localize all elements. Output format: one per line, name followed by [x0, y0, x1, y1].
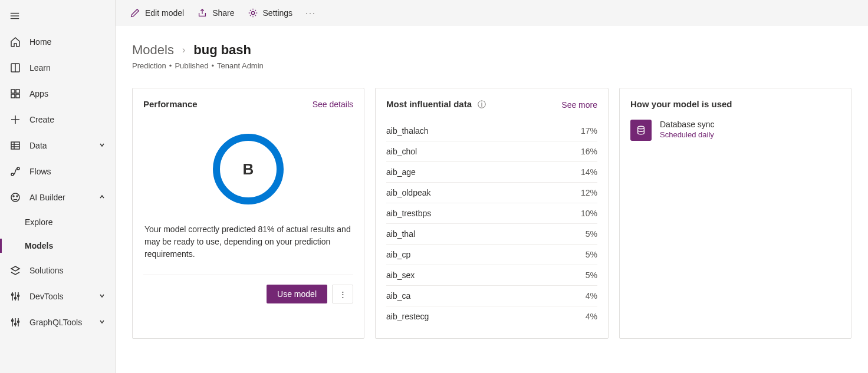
card-title: How your model is used — [630, 99, 732, 109]
sidebar-item-label: Home — [29, 37, 51, 47]
influential-data-card: Most influential data ⓘ See more aib_tha… — [375, 88, 609, 339]
sidebar-item-label: Data — [29, 141, 47, 150]
model-type: Prediction — [132, 61, 166, 70]
grid-icon — [9, 140, 21, 151]
chevron-down-icon — [98, 292, 106, 301]
influential-value: 17% — [581, 126, 597, 136]
see-more-link[interactable]: See more — [561, 100, 597, 110]
toolbar-label: Edit model — [145, 8, 184, 18]
sidebar-item-solutions[interactable]: Solutions — [0, 258, 115, 283]
influential-row: aib_trestbps10% — [386, 203, 597, 224]
sidebar-item-label: Models — [25, 241, 53, 250]
sidebar-item-home[interactable]: Home — [0, 29, 115, 55]
influential-name: aib_age — [386, 167, 416, 177]
hamburger-menu[interactable] — [0, 5, 115, 29]
sliders-icon — [9, 291, 21, 302]
influential-row: aib_chol16% — [386, 141, 597, 162]
plus-icon — [9, 114, 21, 126]
breadcrumb-current: bug bash — [193, 42, 251, 58]
sidebar-item-devtools[interactable]: DevTools — [0, 283, 115, 309]
apps-icon — [9, 88, 21, 100]
gear-icon — [248, 8, 258, 18]
layers-icon — [9, 265, 21, 276]
svg-point-17 — [11, 193, 19, 202]
sidebar-item-ai-builder[interactable]: AI Builder — [0, 184, 115, 210]
home-icon — [9, 36, 21, 48]
model-owner: Tenant Admin — [217, 61, 264, 70]
influential-row: aib_ca4% — [386, 286, 597, 306]
sidebar-item-graphqltools[interactable]: GraphQLTools — [0, 309, 115, 335]
chevron-right-icon: › — [182, 45, 185, 55]
svg-rect-11 — [11, 142, 19, 149]
influential-row: aib_cp5% — [386, 245, 597, 265]
influential-name: aib_trestbps — [386, 209, 431, 218]
chevron-down-icon — [98, 318, 106, 327]
influential-name: aib_thal — [386, 229, 415, 239]
more-options-button[interactable]: ⋮ — [332, 285, 353, 303]
use-model-button[interactable]: Use model — [267, 285, 327, 303]
performance-description: Your model correctly predicted 81% of ac… — [143, 223, 353, 260]
settings-button[interactable]: Settings — [248, 8, 293, 18]
usage-label: Database sync — [660, 120, 715, 129]
influential-value: 4% — [586, 291, 597, 301]
info-icon[interactable]: ⓘ — [478, 100, 486, 109]
influential-row: aib_restecg4% — [386, 306, 597, 326]
sidebar-item-label: Solutions — [29, 266, 64, 275]
influential-value: 5% — [586, 270, 597, 280]
svg-point-16 — [17, 167, 19, 170]
share-button[interactable]: Share — [197, 8, 234, 18]
influential-name: aib_thalach — [386, 126, 429, 136]
influential-value: 5% — [586, 250, 597, 259]
chevron-down-icon — [98, 141, 106, 150]
chevron-up-icon — [98, 193, 106, 202]
usage-sublabel: Scheduled daily — [660, 130, 715, 139]
influential-name: aib_chol — [386, 147, 417, 156]
influential-name: aib_sex — [386, 270, 415, 280]
card-title: Performance — [143, 99, 198, 109]
usage-item[interactable]: Database sync Scheduled daily — [630, 120, 840, 141]
sidebar-item-label: Explore — [25, 217, 52, 227]
toolbar-label: Settings — [263, 8, 293, 18]
sidebar-item-learn[interactable]: Learn — [0, 55, 115, 81]
breadcrumb-parent[interactable]: Models — [132, 42, 174, 58]
sidebar-item-data[interactable]: Data — [0, 133, 115, 159]
model-status: Published — [175, 61, 208, 70]
card-title: Most influential data — [386, 99, 472, 109]
influential-list: aib_thalach17%aib_chol16%aib_age14%aib_o… — [386, 121, 597, 326]
sidebar: Home Learn Apps Create Data Flows AI Bui… — [0, 0, 116, 373]
svg-rect-5 — [11, 90, 15, 93]
more-actions-button[interactable]: ··· — [305, 8, 316, 18]
influential-row: aib_age14% — [386, 162, 597, 183]
influential-value: 14% — [581, 167, 597, 177]
model-meta: Prediction•Published•Tenant Admin — [132, 61, 851, 70]
svg-point-19 — [17, 196, 18, 197]
main-area: Edit model Share Settings ··· Models › b… — [116, 0, 868, 373]
influential-row: aib_oldpeak12% — [386, 183, 597, 203]
sidebar-item-models[interactable]: Models — [0, 234, 115, 258]
sidebar-item-label: Flows — [29, 167, 51, 176]
pencil-icon — [130, 8, 140, 18]
influential-name: aib_cp — [386, 250, 410, 259]
content: Models › bug bash Prediction•Published•T… — [116, 26, 868, 339]
sidebar-item-explore[interactable]: Explore — [0, 210, 115, 234]
sidebar-item-create[interactable]: Create — [0, 107, 115, 133]
ellipsis-icon: ··· — [305, 8, 316, 18]
database-icon — [630, 120, 652, 141]
usage-card: How your model is used Database sync Sch… — [619, 88, 851, 339]
sidebar-item-label: Apps — [29, 89, 48, 98]
influential-row: aib_thalach17% — [386, 121, 597, 141]
sidebar-item-flows[interactable]: Flows — [0, 159, 115, 184]
edit-model-button[interactable]: Edit model — [130, 8, 184, 18]
influential-name: aib_restecg — [386, 312, 429, 321]
sliders-icon — [9, 316, 21, 328]
sidebar-item-apps[interactable]: Apps — [0, 81, 115, 107]
sidebar-item-label: Create — [29, 115, 54, 124]
see-details-link[interactable]: See details — [313, 100, 353, 109]
ellipsis-vertical-icon: ⋮ — [339, 290, 347, 299]
breadcrumb: Models › bug bash — [132, 42, 851, 58]
flow-icon — [9, 166, 21, 177]
svg-rect-7 — [11, 94, 15, 98]
toolbar: Edit model Share Settings ··· — [116, 0, 868, 26]
performance-gauge: B — [213, 134, 284, 204]
influential-value: 5% — [586, 229, 597, 239]
